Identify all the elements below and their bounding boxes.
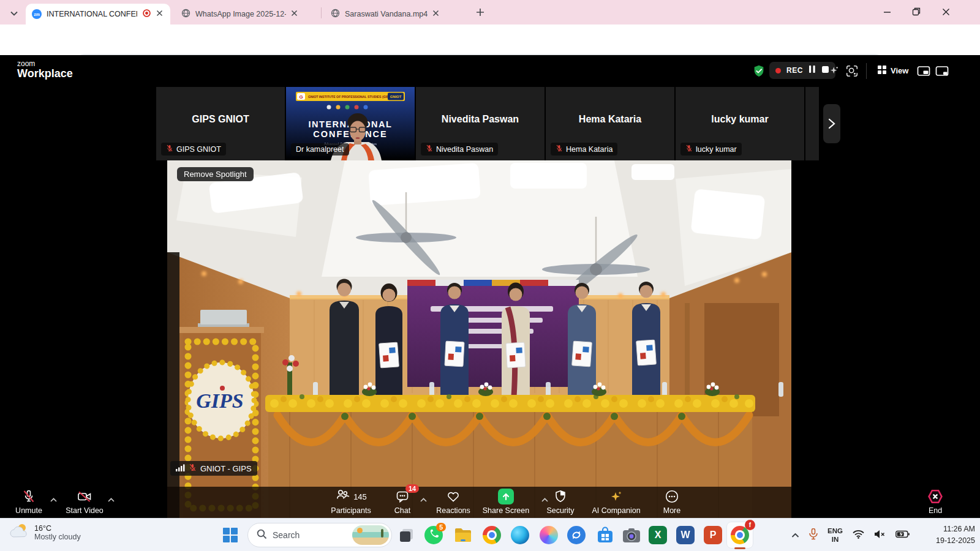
participant-tile-dr-kamalpreet[interactable]: G GNIOT INSTITUTE OF PROFESSIONAL STUDIE… (286, 87, 415, 160)
excel-icon[interactable]: X (648, 525, 668, 545)
file-explorer-icon[interactable] (453, 525, 473, 545)
new-tab-button[interactable] (474, 6, 486, 21)
browser-toolbar: app.zoom.us/wc/81890180903/start?fromPWA… (0, 24, 980, 55)
browser-tab-3[interactable]: Saraswati Vandana.mp4 (325, 4, 467, 24)
end-meeting-button[interactable]: End (920, 489, 951, 515)
battery-icon[interactable] (895, 530, 910, 541)
camera-app-icon[interactable] (622, 525, 641, 545)
end-call-icon (927, 489, 943, 504)
edge-icon[interactable] (510, 525, 530, 545)
pop-out-window-icon[interactable] (935, 62, 949, 80)
browser-tab-1[interactable]: zm INTERNATIONAL CONFEREN (26, 4, 170, 24)
recording-label: REC (786, 66, 803, 75)
view-label: View (891, 66, 908, 75)
windows-taskbar: 16°C Mostly cloudy Search 5 (0, 518, 980, 551)
tab-separator (321, 7, 322, 18)
browser-tab-2[interactable]: WhatsApp Image 2025-12-19 a (175, 4, 317, 24)
picture-in-picture-icon[interactable] (916, 62, 931, 80)
weather-icon (9, 522, 29, 543)
mic-in-use-icon[interactable] (809, 528, 818, 542)
podium-logo-text: GIPS (196, 389, 243, 412)
time-text: 11:26 AM (911, 523, 975, 535)
volume-muted-icon[interactable] (874, 530, 886, 541)
muted-mic-icon (685, 144, 693, 154)
tab-title: INTERNATIONAL CONFEREN (47, 10, 137, 18)
chat-options-caret[interactable] (420, 493, 427, 504)
share-screen-button[interactable]: Share Screen (478, 489, 534, 515)
chat-unread-badge: 14 (405, 484, 419, 493)
ai-companion-button[interactable]: AI Companion (588, 489, 644, 515)
participant-tile-gips-gniot[interactable]: GIPS GNIOT GIPS GNIOT (156, 87, 285, 160)
weather-condition-text: Mostly cloudy (34, 533, 81, 541)
audio-options-caret[interactable] (50, 493, 57, 504)
notification-badge: f (745, 520, 755, 530)
security-button[interactable]: Security (541, 489, 579, 515)
participant-tile-lucky-kumar[interactable]: lucky kumar lucky kumar (676, 87, 804, 160)
participant-label: Nivedita Paswan (421, 143, 498, 156)
header-divider (866, 63, 867, 79)
tab-close-button[interactable] (156, 10, 163, 18)
window-close-button[interactable] (931, 0, 960, 23)
participants-count: 145 (353, 492, 367, 501)
participant-tile-hema-kataria[interactable]: Hema Kataria Hema Kataria (546, 87, 674, 160)
more-icon (665, 489, 679, 504)
security-shield-icon (553, 489, 568, 504)
recording-dot-icon (775, 68, 781, 73)
window-minimize-button[interactable] (872, 0, 902, 23)
chrome-active-app[interactable]: f (726, 522, 753, 549)
chevron-down-icon (10, 7, 18, 18)
pause-recording-button[interactable] (809, 65, 816, 76)
language-indicator[interactable]: ENG IN (827, 527, 843, 544)
microsoft-store-icon[interactable] (595, 525, 615, 545)
task-view-icon[interactable] (397, 525, 417, 545)
temperature-text: 16°C (34, 524, 81, 533)
screen: zm INTERNATIONAL CONFEREN WhatsApp Image… (0, 0, 980, 551)
tab-title: Saraswati Vandana.mp4 (345, 10, 428, 18)
start-video-button[interactable]: Start Video (61, 489, 108, 515)
participant-label: Hema Kataria (551, 143, 617, 156)
tab-close-button[interactable] (432, 10, 439, 18)
start-button[interactable] (221, 525, 240, 545)
recording-controls: REC (769, 62, 835, 79)
search-icon (257, 529, 267, 542)
remove-spotlight-button[interactable]: Remove Spotlight (177, 167, 254, 181)
wifi-icon[interactable] (853, 530, 864, 541)
video-options-caret[interactable] (108, 493, 115, 504)
tray-chevron-icon[interactable] (791, 530, 799, 541)
grid-view-icon (877, 65, 887, 77)
muted-mic-icon (21, 489, 36, 504)
svg-text:G: G (299, 94, 303, 100)
taskbar-weather-widget[interactable]: 16°C Mostly cloudy (9, 522, 81, 543)
sync-app-icon[interactable] (567, 525, 586, 545)
search-highlight-image[interactable] (352, 525, 389, 545)
copilot-icon[interactable] (539, 525, 559, 545)
tab-search-button[interactable] (6, 5, 22, 21)
taskbar-clock[interactable]: 11:26 AM 19-12-2025 (911, 523, 975, 547)
more-button[interactable]: More (657, 489, 687, 515)
view-button[interactable]: View (877, 62, 908, 78)
reactions-button[interactable]: Reactions (432, 489, 475, 515)
unmute-button[interactable]: Unmute (10, 489, 48, 515)
powerpoint-icon[interactable]: P (703, 525, 723, 545)
taskbar-search-box[interactable]: Search (247, 523, 392, 547)
meeting-toolbar: Unmute Start Video 145 (0, 487, 980, 518)
whatsapp-icon[interactable]: 5 (424, 525, 443, 545)
muted-mic-icon (166, 144, 173, 154)
participant-tile-nivedita-paswan[interactable]: Nivedita Paswan Nivedita Paswan (416, 87, 545, 160)
window-restore-button[interactable] (902, 0, 931, 23)
encryption-shield-icon[interactable] (752, 62, 766, 80)
share-screen-icon (498, 489, 514, 504)
stage-video-label: GNIOT - GIPS (170, 461, 257, 476)
chrome-icon[interactable] (482, 525, 502, 545)
search-placeholder: Search (273, 530, 347, 540)
muted-mic-icon (426, 144, 433, 154)
smart-capture-icon[interactable] (845, 62, 859, 80)
tab-close-button[interactable] (291, 10, 298, 18)
ai-sparkle-icon[interactable] (828, 62, 840, 80)
filmstrip-next-button[interactable] (823, 104, 840, 143)
participant-label: lucky kumar (680, 143, 742, 156)
participants-button[interactable]: 145 Participants (325, 489, 377, 515)
system-tray: ENG IN (791, 519, 910, 551)
zoom-meeting-app: zoom Workplace REC View (0, 55, 980, 518)
word-icon[interactable]: W (676, 525, 695, 545)
